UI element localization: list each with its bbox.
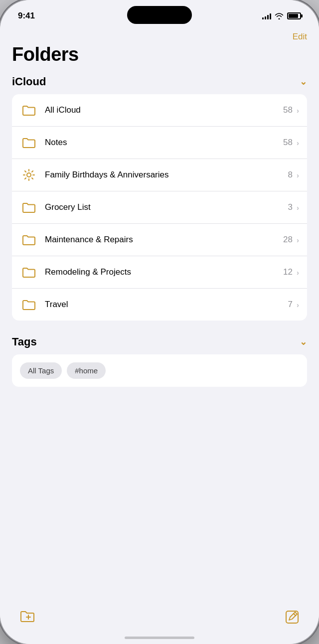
folder-count: 3 — [288, 202, 293, 212]
dynamic-island — [127, 6, 192, 24]
folder-chevron-icon: › — [297, 171, 299, 179]
folder-list: All iCloud 58 › Notes 58 › Family Birthd… — [12, 94, 307, 321]
main-content: Edit Folders iCloud ⌄ All iCloud 58 › No… — [0, 28, 319, 602]
folder-icon — [22, 299, 36, 310]
folder-item-grocery-list[interactable]: Grocery List 3 › — [12, 191, 307, 224]
tags-collapse-icon[interactable]: ⌄ — [300, 336, 307, 347]
edit-button[interactable]: Edit — [293, 32, 307, 42]
folder-name: Remodeling & Projects — [45, 267, 283, 277]
folder-name: All iCloud — [45, 105, 283, 115]
folder-icon-wrap — [20, 263, 38, 281]
tag-pills: All Tags#home — [20, 362, 299, 379]
new-folder-icon — [20, 610, 36, 625]
folder-icon-wrap — [20, 198, 38, 216]
screen: 9:41 Edit Folde — [0, 0, 319, 644]
folder-icon-wrap — [20, 296, 38, 314]
folder-item-all-icloud[interactable]: All iCloud 58 › — [12, 94, 307, 127]
gear-icon — [22, 168, 35, 181]
folder-count: 28 — [283, 235, 293, 245]
folder-name: Notes — [45, 138, 283, 148]
folder-icon — [22, 202, 36, 213]
tags-container: All Tags#home — [12, 354, 307, 387]
folder-count: 58 — [283, 105, 293, 115]
folder-icon-wrap — [20, 166, 38, 184]
folder-item-family-birthdays[interactable]: Family Birthdays & Anniversaries 8 › — [12, 159, 307, 191]
tag-pill-home-tag[interactable]: #home — [67, 362, 106, 379]
tags-section-title: Tags — [12, 335, 37, 348]
home-indicator — [125, 637, 194, 639]
tags-section: Tags ⌄ All Tags#home — [12, 335, 307, 387]
status-time: 9:41 — [18, 11, 35, 21]
folder-name: Family Birthdays & Anniversaries — [45, 170, 288, 180]
folder-icon — [22, 137, 36, 148]
status-icons — [262, 12, 301, 19]
compose-button[interactable] — [285, 610, 299, 626]
folder-count: 7 — [288, 300, 293, 310]
folder-name: Maintenance & Repairs — [45, 235, 283, 245]
folder-item-maintenance-repairs[interactable]: Maintenance & Repairs 28 › — [12, 224, 307, 256]
folder-icon — [22, 267, 36, 278]
page-title: Folders — [12, 44, 307, 65]
folder-count: 8 — [288, 170, 293, 180]
folder-icon-wrap — [20, 101, 38, 119]
folder-name: Travel — [45, 300, 288, 310]
folder-item-remodeling-projects[interactable]: Remodeling & Projects 12 › — [12, 256, 307, 289]
new-folder-button[interactable] — [20, 610, 36, 626]
tag-pill-all-tags[interactable]: All Tags — [20, 362, 62, 379]
folder-chevron-icon: › — [297, 106, 299, 115]
phone-frame: 9:41 Edit Folde — [0, 0, 319, 644]
battery-icon — [287, 12, 301, 19]
folder-icon — [22, 234, 36, 245]
icloud-section-title: iCloud — [12, 75, 46, 88]
folder-chevron-icon: › — [297, 301, 299, 309]
folder-chevron-icon: › — [297, 268, 299, 277]
icloud-collapse-icon[interactable]: ⌄ — [300, 76, 307, 87]
folder-icon — [22, 105, 36, 116]
wifi-icon — [275, 13, 284, 19]
svg-point-0 — [27, 173, 31, 177]
folder-name: Grocery List — [45, 202, 288, 212]
folder-count: 58 — [283, 138, 293, 148]
folder-icon-wrap — [20, 231, 38, 249]
tags-section-header: Tags ⌄ — [12, 335, 307, 348]
battery-fill — [289, 14, 298, 18]
folder-chevron-icon: › — [297, 203, 299, 212]
signal-icon — [262, 13, 271, 19]
icloud-section-header: iCloud ⌄ — [12, 75, 307, 88]
folder-chevron-icon: › — [297, 139, 299, 147]
folder-count: 12 — [283, 267, 293, 277]
folder-item-notes[interactable]: Notes 58 › — [12, 127, 307, 159]
folder-chevron-icon: › — [297, 236, 299, 244]
header: Edit — [12, 28, 307, 44]
compose-icon — [285, 610, 299, 624]
folder-item-travel[interactable]: Travel 7 › — [12, 289, 307, 321]
folder-icon-wrap — [20, 134, 38, 152]
